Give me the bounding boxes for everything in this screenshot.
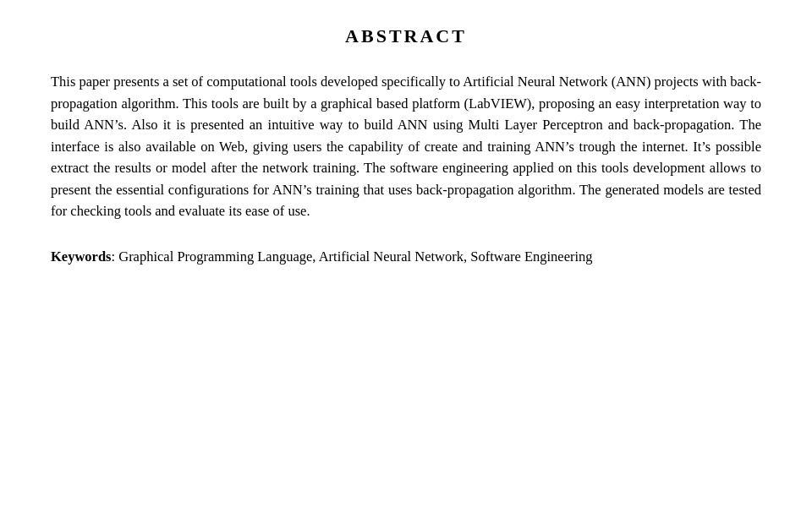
abstract-paragraph: This paper presents a set of computation…	[51, 71, 761, 222]
keywords-label: Keywords	[51, 248, 112, 265]
keywords-section: Keywords: Graphical Programming Language…	[51, 246, 761, 268]
keywords-text: : Graphical Programming Language, Artifi…	[112, 248, 593, 265]
page: ABSTRACT This paper presents a set of co…	[0, 0, 812, 524]
abstract-body: This paper presents a set of computation…	[51, 71, 761, 222]
abstract-title: ABSTRACT	[51, 25, 761, 47]
